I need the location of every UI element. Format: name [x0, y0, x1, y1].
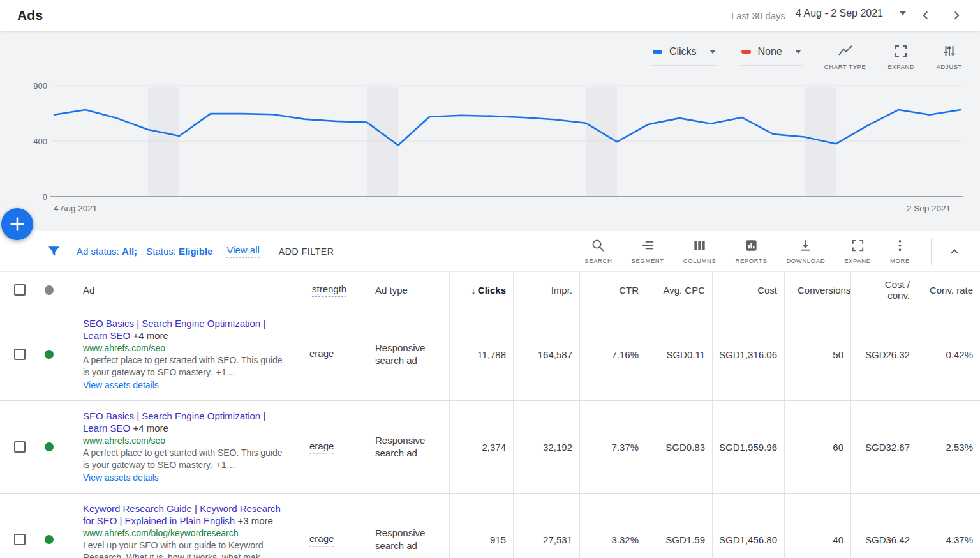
column-header-clicks[interactable]: ↓Clicks: [449, 272, 513, 308]
add-filter-button[interactable]: ADD FILTER: [279, 246, 334, 257]
ad-title-link[interactable]: SEO Basics | Search Engine Optimization …: [83, 318, 265, 341]
column-header-conversions[interactable]: Conversions: [784, 272, 850, 308]
ad-display-url: www.ahrefs.com/blog/keywordresearch: [83, 527, 286, 539]
status-enabled-icon[interactable]: [45, 535, 54, 544]
ad-copy: SEO Basics | Search Engine Optimization …: [83, 317, 286, 391]
ad-strength-value: erage: [309, 441, 334, 454]
table-row: Keyword Research Guide | Keyword Researc…: [0, 494, 980, 558]
secondary-metric-selector[interactable]: None: [740, 42, 803, 66]
primary-metric-selector[interactable]: Clicks: [651, 42, 717, 66]
column-header-conv-rate[interactable]: Conv. rate: [917, 272, 980, 308]
next-range-button[interactable]: [947, 6, 966, 25]
cell-clicks: 11,788: [449, 308, 513, 400]
chevron-right-icon: [949, 8, 963, 22]
ad-cell: SEO Basics | Search Engine Optimization …: [66, 308, 309, 400]
row-checkbox[interactable]: [14, 534, 26, 545]
filter-state-value: Eligible: [179, 246, 212, 257]
table-more-button[interactable]: MORE: [880, 238, 919, 264]
table-body: SEO Basics | Search Engine Optimization …: [0, 308, 980, 558]
column-header-cost-per-conv[interactable]: Cost / conv.: [850, 272, 917, 308]
date-range-picker[interactable]: 4 Aug - 2 Sep 2021: [794, 5, 907, 26]
plus-icon: [1, 208, 33, 240]
cell-conv-rate: 4.37%: [917, 494, 980, 558]
date-range-area: Last 30 days 4 Aug - 2 Sep 2021: [731, 5, 966, 26]
ad-description-more-label[interactable]: +1…: [216, 367, 235, 377]
ad-description-text: Level up your SEO with our guide to Keyw…: [83, 540, 269, 558]
ad-strength-value: erage: [309, 533, 334, 547]
row-status-cell: [34, 401, 66, 493]
ad-display-url: www.ahrefs.com/seo: [83, 434, 286, 447]
cell-conv-rate: 2.53%: [917, 401, 980, 493]
chart-type-button[interactable]: CHART TYPE: [824, 42, 866, 70]
chevron-down-icon: [795, 50, 801, 54]
view-assets-link[interactable]: View assets details: [83, 471, 286, 484]
status-header-cell: [34, 272, 66, 308]
table-download-button[interactable]: DOWNLOAD: [776, 238, 835, 264]
ad-description-more-label[interactable]: +1…: [216, 460, 235, 470]
row-status-cell: [34, 308, 66, 400]
table-row: SEO Basics | Search Engine Optimization …: [0, 308, 980, 401]
row-checkbox[interactable]: [14, 441, 26, 453]
chart-adjust-button[interactable]: ADJUST: [936, 42, 962, 70]
ad-display-url: www.ahrefs.com/seo: [83, 342, 286, 354]
cell-conversions: 50: [784, 308, 850, 400]
cell-conversions: 60: [784, 401, 850, 493]
table-segment-button[interactable]: SEGMENT: [622, 238, 674, 264]
column-header-impressions[interactable]: Impr.: [513, 272, 579, 308]
chevron-down-icon: [900, 11, 906, 15]
previous-range-button[interactable]: [916, 6, 935, 25]
column-header-ad-strength[interactable]: strength: [309, 272, 369, 308]
secondary-metric-label: None: [758, 46, 782, 57]
columns-icon: [692, 238, 707, 253]
column-header-cost[interactable]: Cost: [712, 272, 784, 308]
cell-impr: 27,531: [513, 494, 579, 558]
status-enabled-icon[interactable]: [45, 442, 54, 451]
ad-type-cell: Responsive search ad: [369, 494, 449, 558]
column-header-ctr[interactable]: CTR: [579, 272, 646, 308]
ad-more-label[interactable]: +3 more: [237, 515, 272, 526]
expand-icon: [893, 43, 909, 59]
toolbar-divider: [931, 238, 932, 265]
secondary-metric-swatch: [741, 50, 751, 54]
ad-strength-cell: erage: [309, 494, 369, 558]
cell-impr: 32,192: [513, 401, 579, 493]
table-reports-button[interactable]: REPORTS: [725, 238, 776, 264]
column-header-avg-cpc[interactable]: Avg. CPC: [646, 272, 712, 308]
view-assets-link[interactable]: View assets details: [83, 379, 286, 391]
cell-clicks: 2,374: [449, 401, 513, 493]
row-select-cell: [0, 308, 34, 400]
ad-description: Level up your SEO with our guide to Keyw…: [83, 539, 286, 558]
filter-bar: Ad status: All; Status: Eligible View al…: [0, 231, 980, 271]
column-header-ad[interactable]: Ad: [66, 272, 309, 308]
table-expand-button[interactable]: EXPAND: [835, 238, 880, 264]
cell-cost-per-conv: SGD32.67: [850, 401, 917, 493]
ad-title-link[interactable]: SEO Basics | Search Engine Optimization …: [83, 411, 265, 434]
cell-avg-cpc: SGD0.11: [646, 308, 712, 400]
ad-type-cell: Responsive search ad: [369, 401, 449, 493]
segment-icon: [641, 238, 655, 253]
ad-description-text: A perfect place to get started with SEO.…: [83, 355, 283, 377]
row-status-cell: [34, 494, 66, 558]
active-filters-chip[interactable]: Ad status: All; Status: Eligible: [77, 246, 212, 257]
ad-more-label[interactable]: +4 more: [133, 330, 168, 341]
page-title: Ads: [17, 8, 43, 23]
table-columns-button[interactable]: COLUMNS: [674, 238, 726, 264]
chevron-up-icon: [948, 245, 961, 258]
view-all-filters-link[interactable]: View all: [226, 245, 259, 258]
collapse-table-tools-button[interactable]: [940, 238, 969, 266]
download-icon: [798, 238, 813, 253]
table-search-button[interactable]: SEARCH: [575, 238, 621, 264]
filter-funnel-button[interactable]: [40, 244, 68, 259]
status-enabled-icon[interactable]: [45, 350, 54, 359]
column-header-ad-type[interactable]: Ad type: [369, 272, 449, 308]
ad-more-label[interactable]: +4 more: [133, 423, 168, 434]
cell-avg-cpc: SGD0.83: [646, 401, 712, 493]
row-select-cell: [0, 401, 34, 493]
ad-strength-cell: erage: [309, 308, 369, 400]
row-checkbox[interactable]: [14, 349, 26, 360]
svg-text:400: 400: [33, 137, 47, 146]
select-all-checkbox[interactable]: [14, 284, 26, 296]
svg-text:4 Aug 2021: 4 Aug 2021: [54, 204, 97, 213]
chart-expand-button[interactable]: EXPAND: [887, 42, 914, 70]
add-ad-fab-button[interactable]: [1, 208, 33, 240]
